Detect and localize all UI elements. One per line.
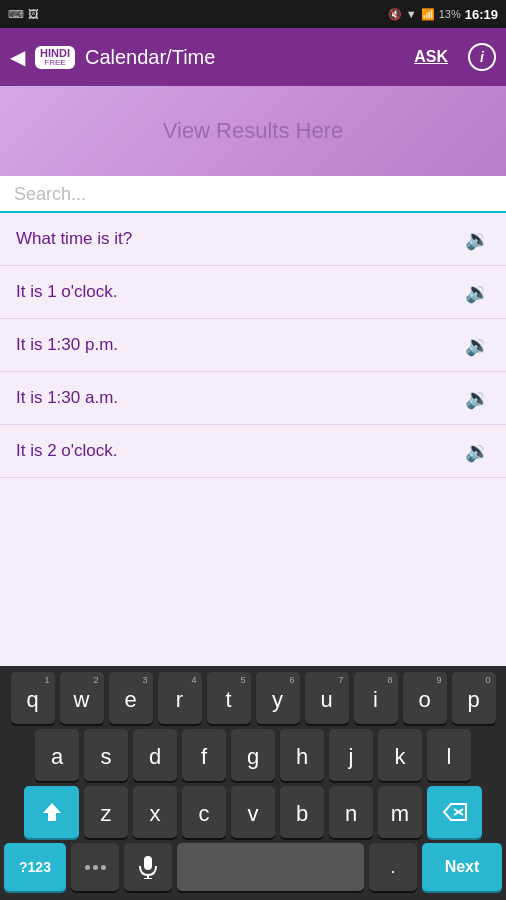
dots-button[interactable]	[71, 843, 119, 891]
logo-hindi: HINDI	[40, 48, 70, 59]
key-u[interactable]: 7u	[305, 672, 349, 724]
keyboard-icon: ⌨	[8, 8, 24, 21]
speaker-icon[interactable]: 🔉	[465, 280, 490, 304]
phrase-text: It is 1:30 a.m.	[16, 388, 465, 408]
key-k[interactable]: k	[378, 729, 422, 781]
status-bar: ⌨ 🖼 🔇 ▼ 📶 13% 16:19	[0, 0, 506, 28]
ask-button[interactable]: ASK	[414, 48, 448, 66]
period-label: .	[390, 857, 395, 878]
key-s[interactable]: s	[84, 729, 128, 781]
info-button[interactable]: i	[468, 43, 496, 71]
key-n[interactable]: n	[329, 786, 373, 838]
speaker-icon[interactable]: 🔉	[465, 333, 490, 357]
signal-icon: 📶	[421, 8, 435, 21]
results-placeholder: View Results Here	[163, 118, 344, 144]
keyboard-row-2: a s d f g h j k l	[4, 729, 502, 781]
shift-button[interactable]	[24, 786, 79, 838]
results-area: View Results Here	[0, 86, 506, 176]
wifi-icon: ▼	[406, 8, 417, 20]
mute-icon: 🔇	[388, 8, 402, 21]
search-bar	[0, 176, 506, 213]
logo-free: FREE	[44, 59, 65, 67]
app-logo: HINDI FREE	[35, 46, 75, 69]
keyboard-row-4: ?123 . Next	[4, 843, 502, 891]
sym-button[interactable]: ?123	[4, 843, 66, 891]
keyboard-row-1: 1q 2w 3e 4r 5t 6y 7u 8i 9o 0p	[4, 672, 502, 724]
search-input[interactable]	[14, 184, 492, 211]
phrase-text: It is 2 o'clock.	[16, 441, 465, 461]
key-a[interactable]: a	[35, 729, 79, 781]
key-f[interactable]: f	[182, 729, 226, 781]
key-z[interactable]: z	[84, 786, 128, 838]
dot-1	[85, 865, 90, 870]
back-button[interactable]: ◀	[10, 45, 25, 69]
key-j[interactable]: j	[329, 729, 373, 781]
list-item[interactable]: It is 2 o'clock. 🔉	[0, 425, 506, 478]
next-button[interactable]: Next	[422, 843, 502, 891]
key-i[interactable]: 8i	[354, 672, 398, 724]
key-m[interactable]: m	[378, 786, 422, 838]
key-e[interactable]: 3e	[109, 672, 153, 724]
clock-text: 16:19	[465, 7, 498, 22]
next-label: Next	[445, 858, 480, 876]
key-g[interactable]: g	[231, 729, 275, 781]
key-r[interactable]: 4r	[158, 672, 202, 724]
list-item[interactable]: It is 1:30 p.m. 🔉	[0, 319, 506, 372]
phrase-text: It is 1:30 p.m.	[16, 335, 465, 355]
list-item[interactable]: It is 1 o'clock. 🔉	[0, 266, 506, 319]
key-y[interactable]: 6y	[256, 672, 300, 724]
svg-marker-1	[444, 804, 466, 820]
key-l[interactable]: l	[427, 729, 471, 781]
speaker-icon[interactable]: 🔉	[465, 386, 490, 410]
speaker-icon[interactable]: 🔉	[465, 227, 490, 251]
list-item[interactable]: It is 1:30 a.m. 🔉	[0, 372, 506, 425]
battery-text: 13%	[439, 8, 461, 20]
key-c[interactable]: c	[182, 786, 226, 838]
key-q[interactable]: 1q	[11, 672, 55, 724]
keyboard-row-3: z x c v b n m	[4, 786, 502, 838]
page-title: Calendar/Time	[85, 46, 404, 69]
phrase-list: What time is it? 🔉 It is 1 o'clock. 🔉 It…	[0, 213, 506, 666]
key-d[interactable]: d	[133, 729, 177, 781]
mic-icon	[138, 855, 158, 879]
backspace-button[interactable]	[427, 786, 482, 838]
svg-rect-4	[144, 856, 152, 870]
dot-2	[93, 865, 98, 870]
dot-3	[101, 865, 106, 870]
svg-marker-0	[43, 803, 61, 821]
keyboard: 1q 2w 3e 4r 5t 6y 7u 8i 9o 0p a s d f g …	[0, 666, 506, 900]
key-w[interactable]: 2w	[60, 672, 104, 724]
phrase-text: It is 1 o'clock.	[16, 282, 465, 302]
phrase-text: What time is it?	[16, 229, 465, 249]
app-bar: ◀ HINDI FREE Calendar/Time ASK i	[0, 28, 506, 86]
backspace-icon	[442, 802, 468, 822]
speaker-icon[interactable]: 🔉	[465, 439, 490, 463]
key-x[interactable]: x	[133, 786, 177, 838]
period-button[interactable]: .	[369, 843, 417, 891]
key-b[interactable]: b	[280, 786, 324, 838]
list-item[interactable]: What time is it? 🔉	[0, 213, 506, 266]
key-v[interactable]: v	[231, 786, 275, 838]
sym-label: ?123	[19, 859, 51, 875]
space-button[interactable]	[177, 843, 364, 891]
shift-icon	[41, 801, 63, 823]
key-p[interactable]: 0p	[452, 672, 496, 724]
image-icon: 🖼	[28, 8, 39, 20]
key-t[interactable]: 5t	[207, 672, 251, 724]
key-o[interactable]: 9o	[403, 672, 447, 724]
key-h[interactable]: h	[280, 729, 324, 781]
mic-button[interactable]	[124, 843, 172, 891]
